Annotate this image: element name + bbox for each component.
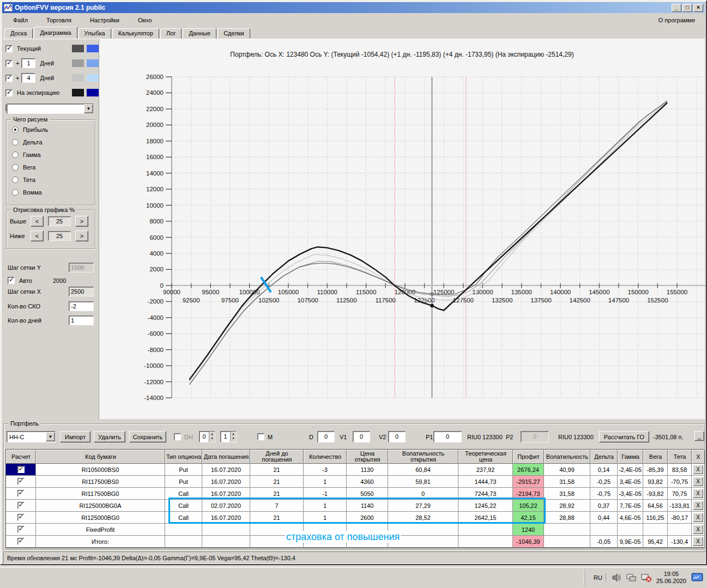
tab-данные[interactable]: Данные [183,28,216,39]
delete-button[interactable]: Удалить [94,431,125,442]
tab-калькулятор[interactable]: Калькулятор [112,28,159,39]
calc-cell-6[interactable] [6,536,36,548]
tab-улыбка[interactable]: Улыбка [78,28,111,39]
portfolio-preset-dropdown[interactable]: НН-С▼ [7,431,56,442]
column-header-5[interactable]: Количество [304,450,347,464]
table-row-1[interactable]: RI117500BS0Put16.07.2020211436059,811444… [6,476,704,488]
column-header-7[interactable]: Волатильность открытия [388,450,458,464]
row-delete-button-0[interactable]: X [693,465,703,474]
preset-dropdown-arrow-icon[interactable]: ▼ [46,432,55,441]
tab-лог[interactable]: Лог [160,28,182,39]
radio-icon-5[interactable] [12,189,19,196]
menu-item-1[interactable]: Торговля [41,15,77,25]
calc-cell-3[interactable] [6,500,36,512]
calc-cell-5[interactable] [6,524,36,536]
menu-about[interactable]: О программе [654,15,699,25]
calc-cell-2[interactable] [6,488,36,500]
v2-input[interactable]: 0 [388,431,406,442]
draw-option-тета[interactable]: Тета [12,177,95,183]
row-checkbox-2[interactable] [17,490,25,497]
menu-item-0[interactable]: Файл [8,15,33,25]
table-row-2[interactable]: RI117500BG0Call16.07.202021-1505007244,7… [6,488,704,500]
sko-input[interactable]: -2 [69,301,94,311]
legend-checkbox-3[interactable] [5,89,13,96]
column-header-6[interactable]: Цена открытия [347,450,388,464]
network-icon[interactable] [626,573,637,583]
legend-checkbox-0[interactable] [5,45,13,52]
delete-cell-5[interactable]: X [692,524,705,536]
menu-item-2[interactable]: Настройки [84,15,125,25]
calc-cell-1[interactable] [6,476,36,488]
calc-cell-0[interactable] [6,464,36,476]
delete-cell-2[interactable]: X [692,488,705,500]
table-row-4[interactable]: RI125000BG0Call16.07.2020211260028,52264… [6,512,704,524]
column-header-2[interactable]: Тип опциона [165,450,202,464]
title-bar[interactable]: OptionFVV версия 2.1 public _ □ × [2,2,705,13]
minimize-button[interactable]: _ [672,4,681,12]
delete-cell-1[interactable]: X [692,476,705,488]
row-delete-button-3[interactable]: X [693,501,703,510]
save-button[interactable]: Сохранить [129,431,166,442]
column-header-14[interactable]: Тета [668,450,692,464]
show-desktop-icon[interactable] [691,572,704,583]
decrease-button-0[interactable]: < [31,216,44,227]
draw-option-прибыль[interactable]: Прибыль [12,126,95,133]
v1-input[interactable]: 0 [353,431,370,442]
draw-option-дельта[interactable]: Дельта [12,139,95,146]
tab-сделки[interactable]: Сделки [217,28,250,39]
column-header-1[interactable]: Код бумаги [36,450,165,464]
spinner-arrows-icon[interactable]: ▲▼ [209,432,215,442]
tab-доска[interactable]: Доска [4,28,33,39]
profit-chart[interactable]: -14000-12000-10000-8000-6000-4000-200002… [99,39,707,419]
row-checkbox-6[interactable] [17,538,25,545]
radio-icon-4[interactable] [12,177,19,183]
column-header-15[interactable]: X [692,450,705,464]
calc-cell-4[interactable] [6,512,36,524]
p1-input[interactable]: 0 [433,431,462,442]
radio-icon-0[interactable] [12,126,19,133]
delete-cell-4[interactable]: X [692,512,705,524]
network-error-icon[interactable] [641,573,652,583]
row-checkbox-4[interactable] [17,514,25,521]
column-header-3[interactable]: Дата погашения [202,450,250,464]
dropdown-arrow-icon[interactable]: ▼ [84,104,93,113]
column-header-13[interactable]: Вега [643,450,668,464]
column-header-11[interactable]: Дельта [590,450,618,464]
language-indicator[interactable]: RU [590,573,606,582]
row-delete-button-5[interactable]: X [693,525,703,534]
dh-spinner-0[interactable]: 0▲▼ [199,431,215,442]
strategy-dropdown[interactable]: ▼ [7,104,94,114]
draw-option-гамма[interactable]: Гамма [12,151,95,158]
radio-icon-1[interactable] [12,139,19,146]
close-button[interactable]: × [693,4,703,12]
maximize-button[interactable]: □ [682,4,692,12]
row-checkbox-0[interactable] [17,466,25,473]
dh-checkbox[interactable] [174,433,181,440]
row-checkbox-5[interactable] [17,526,25,533]
legend-checkbox-2[interactable] [5,75,13,82]
calc-go-button[interactable]: Рассчитать ГО [599,431,649,442]
delete-cell-3[interactable]: X [692,500,705,512]
days-value-input-1[interactable]: 1 [21,58,35,68]
speaker-icon[interactable] [612,573,621,583]
table-row-3[interactable]: RI125000BG0ACall02.07.202071114027,29124… [6,500,704,512]
m-checkbox[interactable] [257,433,264,440]
render-value-0[interactable]: 25 [48,216,71,226]
delete-cell-0[interactable]: X [692,464,705,476]
row-checkbox-1[interactable] [17,478,25,485]
tab-диаграмма[interactable]: Диаграмма [34,27,77,39]
spinner-arrows-icon[interactable]: ▲▼ [230,432,236,442]
row-checkbox-3[interactable] [17,502,25,509]
decrease-button-1[interactable]: < [31,231,44,241]
grid-step-x-input[interactable]: 2500 [69,287,94,296]
grid-step-y-input[interactable]: 1000 [69,263,94,272]
draw-option-вомма[interactable]: Вомма [12,189,95,196]
taskbar[interactable]: RU 19:05 25.06.2020 [0,567,707,588]
column-header-12[interactable]: Гамма [618,450,643,464]
column-header-4[interactable]: Дней до погашения [250,450,304,464]
row-delete-button-6[interactable]: X [693,537,703,546]
menu-item-3[interactable]: Окно [132,15,158,25]
legend-checkbox-1[interactable] [5,60,13,67]
days-input[interactable]: 1 [69,316,94,325]
draw-option-вега[interactable]: Вега [12,164,95,171]
